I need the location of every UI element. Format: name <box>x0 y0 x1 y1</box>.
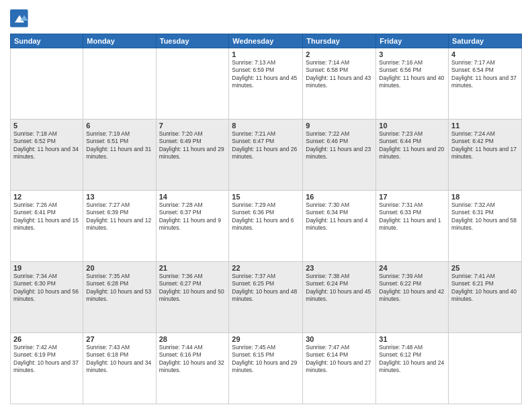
calendar-cell: 17Sunrise: 7:31 AM Sunset: 6:33 PM Dayli… <box>376 191 449 262</box>
day-number: 22 <box>232 264 300 272</box>
calendar-cell: 15Sunrise: 7:29 AM Sunset: 6:36 PM Dayli… <box>229 191 303 262</box>
day-number: 15 <box>232 193 300 201</box>
calendar-cell: 16Sunrise: 7:30 AM Sunset: 6:34 PM Dayli… <box>303 191 376 262</box>
day-info: Sunrise: 7:47 AM Sunset: 6:14 PM Dayligh… <box>306 344 373 375</box>
calendar-day-header: Sunday <box>11 34 83 48</box>
calendar-day-header: Thursday <box>303 34 376 48</box>
day-info: Sunrise: 7:34 AM Sunset: 6:30 PM Dayligh… <box>13 273 80 304</box>
calendar-week-row: 12Sunrise: 7:26 AM Sunset: 6:41 PM Dayli… <box>11 191 522 262</box>
calendar-table: SundayMondayTuesdayWednesdayThursdayFrid… <box>10 34 522 404</box>
day-number: 28 <box>159 335 226 343</box>
calendar-day-header: Monday <box>83 34 156 48</box>
day-number: 24 <box>379 264 445 272</box>
day-info: Sunrise: 7:29 AM Sunset: 6:36 PM Dayligh… <box>232 201 300 232</box>
day-info: Sunrise: 7:24 AM Sunset: 6:42 PM Dayligh… <box>451 130 519 161</box>
day-info: Sunrise: 7:37 AM Sunset: 6:25 PM Dayligh… <box>232 273 300 304</box>
day-number: 10 <box>379 122 445 130</box>
logo-icon <box>10 9 29 28</box>
day-number: 1 <box>232 50 300 58</box>
day-number: 4 <box>451 50 519 58</box>
calendar-cell: 6Sunrise: 7:19 AM Sunset: 6:51 PM Daylig… <box>83 120 156 191</box>
day-info: Sunrise: 7:42 AM Sunset: 6:19 PM Dayligh… <box>13 344 80 375</box>
calendar-cell: 8Sunrise: 7:21 AM Sunset: 6:47 PM Daylig… <box>229 120 303 191</box>
calendar-cell: 26Sunrise: 7:42 AM Sunset: 6:19 PM Dayli… <box>11 333 83 404</box>
day-info: Sunrise: 7:26 AM Sunset: 6:41 PM Dayligh… <box>13 201 80 232</box>
day-number: 31 <box>379 335 445 343</box>
day-info: Sunrise: 7:17 AM Sunset: 6:54 PM Dayligh… <box>451 59 519 90</box>
day-number: 21 <box>159 264 226 272</box>
calendar-header-row: SundayMondayTuesdayWednesdayThursdayFrid… <box>11 34 522 48</box>
calendar-cell: 7Sunrise: 7:20 AM Sunset: 6:49 PM Daylig… <box>156 120 229 191</box>
calendar-cell <box>11 48 83 120</box>
day-info: Sunrise: 7:16 AM Sunset: 6:56 PM Dayligh… <box>379 59 445 90</box>
day-info: Sunrise: 7:23 AM Sunset: 6:44 PM Dayligh… <box>379 130 445 161</box>
day-number: 18 <box>451 193 519 201</box>
day-number: 29 <box>232 335 300 343</box>
day-number: 11 <box>451 122 519 130</box>
day-info: Sunrise: 7:20 AM Sunset: 6:49 PM Dayligh… <box>159 130 226 161</box>
calendar-cell: 30Sunrise: 7:47 AM Sunset: 6:14 PM Dayli… <box>303 333 376 404</box>
day-number: 25 <box>451 264 519 272</box>
calendar-day-header: Tuesday <box>156 34 229 48</box>
day-info: Sunrise: 7:21 AM Sunset: 6:47 PM Dayligh… <box>232 130 300 161</box>
day-number: 7 <box>159 122 226 130</box>
day-info: Sunrise: 7:27 AM Sunset: 6:39 PM Dayligh… <box>86 201 152 232</box>
calendar-cell <box>156 48 229 120</box>
calendar-day-header: Wednesday <box>229 34 303 48</box>
day-number: 5 <box>13 122 80 130</box>
day-number: 14 <box>159 193 226 201</box>
day-info: Sunrise: 7:38 AM Sunset: 6:24 PM Dayligh… <box>306 273 373 304</box>
day-number: 23 <box>306 264 373 272</box>
day-info: Sunrise: 7:43 AM Sunset: 6:18 PM Dayligh… <box>86 344 152 375</box>
calendar-cell: 4Sunrise: 7:17 AM Sunset: 6:54 PM Daylig… <box>449 48 522 120</box>
day-number: 3 <box>379 50 445 58</box>
calendar-cell: 21Sunrise: 7:36 AM Sunset: 6:27 PM Dayli… <box>156 262 229 333</box>
day-info: Sunrise: 7:45 AM Sunset: 6:15 PM Dayligh… <box>232 344 300 375</box>
day-number: 8 <box>232 122 300 130</box>
calendar-cell <box>449 333 522 404</box>
day-info: Sunrise: 7:22 AM Sunset: 6:46 PM Dayligh… <box>306 130 373 161</box>
calendar-cell: 10Sunrise: 7:23 AM Sunset: 6:44 PM Dayli… <box>376 120 449 191</box>
day-info: Sunrise: 7:32 AM Sunset: 6:31 PM Dayligh… <box>451 201 519 232</box>
calendar-day-header: Saturday <box>449 34 522 48</box>
calendar-cell: 23Sunrise: 7:38 AM Sunset: 6:24 PM Dayli… <box>303 262 376 333</box>
day-info: Sunrise: 7:30 AM Sunset: 6:34 PM Dayligh… <box>306 201 373 232</box>
calendar-week-row: 26Sunrise: 7:42 AM Sunset: 6:19 PM Dayli… <box>11 333 522 404</box>
day-number: 20 <box>86 264 152 272</box>
calendar-cell: 13Sunrise: 7:27 AM Sunset: 6:39 PM Dayli… <box>83 191 156 262</box>
day-number: 17 <box>379 193 445 201</box>
day-number: 26 <box>13 335 80 343</box>
calendar-cell: 27Sunrise: 7:43 AM Sunset: 6:18 PM Dayli… <box>83 333 156 404</box>
calendar-day-header: Friday <box>376 34 449 48</box>
day-info: Sunrise: 7:19 AM Sunset: 6:51 PM Dayligh… <box>86 130 152 161</box>
day-info: Sunrise: 7:28 AM Sunset: 6:37 PM Dayligh… <box>159 201 226 232</box>
day-info: Sunrise: 7:35 AM Sunset: 6:28 PM Dayligh… <box>86 273 152 304</box>
day-info: Sunrise: 7:36 AM Sunset: 6:27 PM Dayligh… <box>159 273 226 304</box>
day-number: 2 <box>306 50 373 58</box>
calendar-cell: 22Sunrise: 7:37 AM Sunset: 6:25 PM Dayli… <box>229 262 303 333</box>
day-info: Sunrise: 7:13 AM Sunset: 6:59 PM Dayligh… <box>232 59 300 90</box>
calendar-cell: 11Sunrise: 7:24 AM Sunset: 6:42 PM Dayli… <box>449 120 522 191</box>
day-info: Sunrise: 7:44 AM Sunset: 6:16 PM Dayligh… <box>159 344 226 375</box>
page: SundayMondayTuesdayWednesdayThursdayFrid… <box>0 0 532 411</box>
calendar-cell <box>83 48 156 120</box>
calendar-week-row: 5Sunrise: 7:18 AM Sunset: 6:52 PM Daylig… <box>11 120 522 191</box>
day-info: Sunrise: 7:48 AM Sunset: 6:12 PM Dayligh… <box>379 344 445 375</box>
day-info: Sunrise: 7:18 AM Sunset: 6:52 PM Dayligh… <box>13 130 80 161</box>
calendar-cell: 1Sunrise: 7:13 AM Sunset: 6:59 PM Daylig… <box>229 48 303 120</box>
calendar-cell: 25Sunrise: 7:41 AM Sunset: 6:21 PM Dayli… <box>449 262 522 333</box>
calendar-cell: 29Sunrise: 7:45 AM Sunset: 6:15 PM Dayli… <box>229 333 303 404</box>
day-number: 6 <box>86 122 152 130</box>
day-number: 27 <box>86 335 152 343</box>
calendar-cell: 5Sunrise: 7:18 AM Sunset: 6:52 PM Daylig… <box>11 120 83 191</box>
calendar-cell: 28Sunrise: 7:44 AM Sunset: 6:16 PM Dayli… <box>156 333 229 404</box>
calendar-week-row: 1Sunrise: 7:13 AM Sunset: 6:59 PM Daylig… <box>11 48 522 120</box>
calendar-cell: 31Sunrise: 7:48 AM Sunset: 6:12 PM Dayli… <box>376 333 449 404</box>
day-info: Sunrise: 7:31 AM Sunset: 6:33 PM Dayligh… <box>379 201 445 232</box>
day-number: 12 <box>13 193 80 201</box>
calendar-cell: 9Sunrise: 7:22 AM Sunset: 6:46 PM Daylig… <box>303 120 376 191</box>
logo <box>10 9 32 28</box>
day-info: Sunrise: 7:39 AM Sunset: 6:22 PM Dayligh… <box>379 273 445 304</box>
day-info: Sunrise: 7:14 AM Sunset: 6:58 PM Dayligh… <box>306 59 373 90</box>
day-number: 19 <box>13 264 80 272</box>
